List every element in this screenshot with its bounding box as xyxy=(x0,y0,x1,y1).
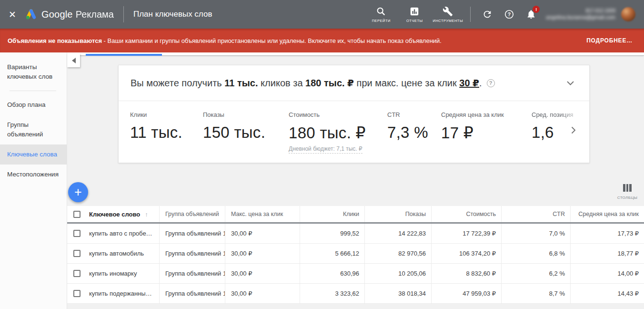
headline-text: Вы можете получить xyxy=(131,78,224,89)
row-checkbox[interactable] xyxy=(73,250,80,257)
header-avg-cpc[interactable]: Средняя цена за клик xyxy=(570,206,644,222)
main-area: Варианты ключевых слов Обзор плана Групп… xyxy=(0,52,644,309)
metric-value: 11 тыс. xyxy=(130,124,203,142)
max-cpc-cell[interactable]: 30,00 ₽ xyxy=(225,224,300,243)
chevron-down-icon[interactable] xyxy=(567,81,574,85)
metric-label: Стоимость xyxy=(289,111,387,118)
row-checkbox[interactable] xyxy=(73,290,80,297)
row-check-cell xyxy=(67,284,86,303)
metric-label: Клики xyxy=(130,111,203,118)
brand-product: Реклама xyxy=(76,9,114,20)
google-ads-logo: Google Реклама xyxy=(25,8,114,21)
topbar-divider xyxy=(470,7,471,22)
sidebar-item-plan-overview[interactable]: Обзор плана xyxy=(0,95,67,115)
metric-value: 17 ₽ xyxy=(441,124,532,142)
sidebar-item-locations[interactable]: Местоположения xyxy=(0,165,67,185)
tools-label: ИНСТРУМЕНТЫ xyxy=(433,19,463,23)
account-info[interactable]: 817-012-1009 angelina.buraeva@gmail.com xyxy=(546,8,615,21)
sidebar-divider xyxy=(10,91,56,91)
notifications-button[interactable]: ! xyxy=(521,4,541,24)
metric-ctr: CTR 7,3 % xyxy=(387,111,441,154)
headline-text: кликов за xyxy=(258,78,306,89)
google-ads-keyword-plan-window: ✕ Google Реклама План ключевых слов ПЕРЕ… xyxy=(0,0,644,309)
cost-cell: 47 959,03 ₽ xyxy=(431,284,501,303)
table-header-row: Ключевое слово↑ Группа объявлений Макс. … xyxy=(67,206,644,224)
clicks-cell: 630,96 xyxy=(300,264,364,283)
daily-budget-link[interactable]: Дневной бюджет: 7,1 тыс. ₽ xyxy=(289,145,362,154)
headline-text: при макс. цене за клик xyxy=(354,78,459,89)
header-cost[interactable]: Стоимость xyxy=(431,206,501,222)
row-check-cell xyxy=(67,224,86,243)
goto-button[interactable]: ПЕРЕЙТИ xyxy=(365,6,397,23)
content-area: Вы можете получить 11 тыс. кликов за 180… xyxy=(67,52,644,309)
page-title: План ключевых слов xyxy=(133,10,212,19)
row-checkbox[interactable] xyxy=(73,230,80,237)
account-id: 817-012-1009 xyxy=(546,8,615,14)
header-impressions[interactable]: Показы xyxy=(364,206,431,222)
avg-cpc-cell: 14,43 ₽ xyxy=(570,284,644,303)
clicks-cell: 5 666,12 xyxy=(300,244,364,263)
tools-button[interactable]: ИНСТРУМЕНТЫ xyxy=(432,6,463,23)
chevron-right-icon[interactable] xyxy=(571,126,576,134)
topbar-divider xyxy=(123,6,124,22)
account-email: angelina.buraeva@gmail.com xyxy=(546,14,615,21)
add-keyword-button[interactable]: + xyxy=(68,182,88,202)
avg-cpc-cell: 17,73 ₽ xyxy=(570,224,644,243)
avatar[interactable] xyxy=(621,7,635,21)
keyword-cell: купить авто с пробе… xyxy=(86,224,159,243)
metric-value: 1,6 xyxy=(532,124,584,142)
forecast-headline: Вы можете получить 11 тыс. кликов за 180… xyxy=(119,65,589,101)
sidebar-item-keywords[interactable]: Ключевые слова xyxy=(0,144,67,165)
metric-cost: Стоимость 180 тыс. ₽ Дневной бюджет: 7,1… xyxy=(289,111,387,154)
sort-asc-icon: ↑ xyxy=(145,211,148,218)
headline-max-cpc-link[interactable]: 30 ₽ xyxy=(459,77,479,89)
keyword-cell: купить иномарку xyxy=(86,264,159,283)
banner-details-link[interactable]: ПОДРОБНЕЕ… xyxy=(586,37,633,44)
active-tab-indicator xyxy=(86,54,162,56)
header-ctr[interactable]: CTR xyxy=(501,206,570,222)
ads-triangle-icon xyxy=(25,8,37,21)
sidebar-item-keyword-ideas[interactable]: Варианты ключевых слов xyxy=(0,57,67,87)
reports-label: ОТЧЕТЫ xyxy=(406,19,423,23)
help-button[interactable]: ? xyxy=(499,4,519,24)
row-check-cell xyxy=(67,244,86,263)
reports-button[interactable]: ОТЧЕТЫ xyxy=(399,6,430,23)
clicks-cell: 3 323,62 xyxy=(300,284,364,303)
columns-icon xyxy=(623,184,632,192)
columns-label: СТОЛБЦЫ xyxy=(615,196,639,200)
metric-value: 150 тыс. xyxy=(203,124,289,142)
collapse-sidebar-button[interactable] xyxy=(67,53,80,67)
ad-group-cell: Группа объявлений 1 xyxy=(159,284,225,303)
forecast-metrics: Клики 11 тыс. Показы 150 тыс. Стоимость … xyxy=(119,101,589,154)
keyword-cell: купить подержанны… xyxy=(86,284,159,303)
ctr-cell: 8,7 % xyxy=(501,284,570,303)
metric-value: 180 тыс. ₽ xyxy=(289,124,387,142)
headline-help-icon[interactable]: ? xyxy=(487,79,495,87)
bar-chart-icon xyxy=(409,6,420,17)
impressions-cell: 10 205,06 xyxy=(364,264,431,283)
header-max-cpc[interactable]: Макс. цена за клик xyxy=(225,206,300,222)
close-icon[interactable]: ✕ xyxy=(0,9,25,20)
columns-button[interactable]: СТОЛБЦЫ xyxy=(615,184,639,200)
row-checkbox[interactable] xyxy=(73,270,80,277)
header-keyword[interactable]: Ключевое слово↑ xyxy=(86,206,159,222)
max-cpc-cell[interactable]: 30,00 ₽ xyxy=(225,284,300,303)
top-app-bar: ✕ Google Реклама План ключевых слов ПЕРЕ… xyxy=(0,0,644,29)
banner-text: Объявления не показываются - Ваши кампан… xyxy=(8,37,442,44)
impressions-cell: 14 222,83 xyxy=(364,224,431,243)
search-icon xyxy=(376,6,386,17)
wrench-icon xyxy=(443,6,453,17)
max-cpc-cell[interactable]: 30,00 ₽ xyxy=(225,264,300,283)
sidebar-item-ad-groups[interactable]: Группы объявлений xyxy=(0,115,67,144)
metric-avg-position: Сред. позиция 1,6 xyxy=(532,111,584,154)
max-cpc-cell[interactable]: 30,00 ₽ xyxy=(225,244,300,263)
select-all-checkbox[interactable] xyxy=(73,211,80,218)
header-clicks[interactable]: Клики xyxy=(300,206,364,222)
chevron-left-icon xyxy=(72,58,76,63)
header-ad-group[interactable]: Группа объявлений xyxy=(159,206,225,222)
keyword-cell: купить автомобиль xyxy=(86,244,159,263)
ctr-cell: 7,0 % xyxy=(501,224,570,243)
refresh-button[interactable] xyxy=(477,4,497,24)
ads-paused-alert-banner: Объявления не показываются - Ваши кампан… xyxy=(0,29,644,52)
impressions-cell: 38 018,34 xyxy=(364,284,431,303)
